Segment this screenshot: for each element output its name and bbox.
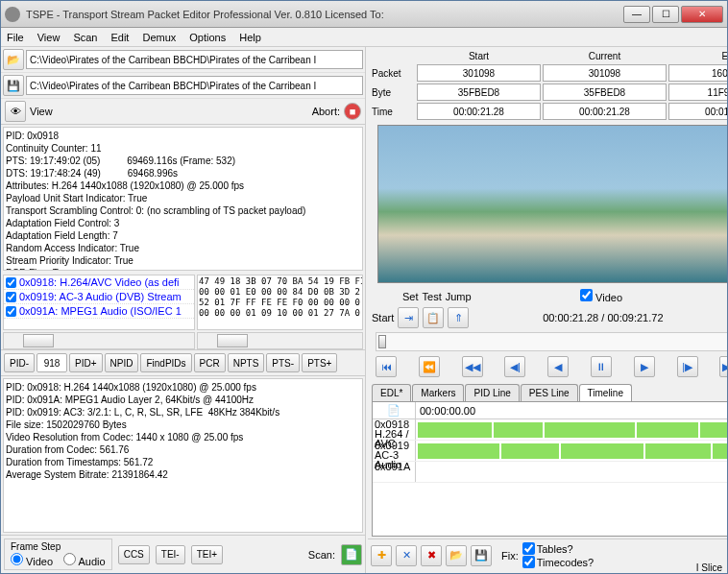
position-slider[interactable]: [376, 332, 728, 351]
pcr-button[interactable]: PCR: [194, 353, 226, 372]
file-info-panel[interactable]: PID: 0x0918: H.264 1440x1088 (1920x1080)…: [3, 378, 363, 533]
start-label: Start: [372, 312, 394, 323]
source-path-input[interactable]: [26, 50, 363, 69]
timeline-track[interactable]: 0x0919AC-3 Audio: [373, 441, 728, 462]
step-fwd-button[interactable]: |▶: [677, 356, 698, 377]
tab-markers[interactable]: Markers: [412, 384, 464, 401]
tab-timeline[interactable]: Timeline: [579, 384, 632, 401]
menu-help[interactable]: Help: [239, 32, 261, 43]
save-icon[interactable]: 💾: [3, 75, 24, 96]
maximize-button[interactable]: ☐: [652, 6, 679, 23]
timeline-track[interactable]: 0x091A: [373, 462, 728, 483]
abort-button[interactable]: ■: [344, 103, 361, 120]
menu-demux[interactable]: Demux: [142, 32, 176, 43]
npid-button[interactable]: NPID: [105, 353, 139, 372]
status-text: I Slice: [696, 562, 722, 573]
npts-button[interactable]: NPTS: [228, 353, 265, 372]
view-label: View: [30, 106, 53, 117]
video-checkbox[interactable]: Video: [580, 292, 622, 303]
skip-start-button[interactable]: ⏮: [376, 356, 397, 377]
tei-plus-button[interactable]: TEI+: [191, 545, 223, 564]
pid-row[interactable]: 0x0918: H.264/AVC Video (as defi: [4, 275, 194, 290]
set-start-button[interactable]: ⇥: [398, 307, 419, 328]
col-end: End: [668, 51, 728, 61]
fix-tables-checkbox[interactable]: Tables?: [522, 542, 595, 555]
scan-label: Scan:: [308, 549, 335, 561]
time-end-input[interactable]: [668, 103, 728, 120]
rewind-fast-button[interactable]: ⏪: [419, 356, 440, 377]
rewind-button[interactable]: ◀◀: [462, 356, 483, 377]
packet-start-input[interactable]: [417, 64, 541, 82]
forward-button[interactable]: ▶▶: [719, 356, 728, 377]
delete-button[interactable]: ✕: [396, 545, 417, 566]
window-title: TSPE - Transport Stream Packet Editor Pr…: [26, 9, 623, 20]
pts-plus-button[interactable]: PTS+: [302, 353, 337, 372]
packet-current-input[interactable]: [543, 64, 667, 82]
close-button[interactable]: ✕: [681, 6, 723, 23]
col-current: Current: [543, 51, 667, 61]
tab-pidline[interactable]: PID Line: [465, 384, 519, 401]
open-button[interactable]: 📂: [446, 545, 467, 566]
packet-end-input[interactable]: [668, 64, 728, 82]
pid-minus-button[interactable]: PID-: [4, 353, 35, 372]
ccs-button[interactable]: CCS: [118, 545, 150, 564]
byte-start-input[interactable]: [417, 84, 541, 101]
jump-start-button[interactable]: ⇑: [448, 307, 469, 328]
menu-view[interactable]: View: [37, 32, 61, 43]
pid-checkbox[interactable]: [6, 292, 16, 302]
scan-button[interactable]: 📄: [341, 544, 362, 565]
dest-path-input[interactable]: [26, 76, 363, 95]
time-start-input[interactable]: [417, 103, 541, 120]
save-button[interactable]: 💾: [471, 545, 492, 566]
pid-row[interactable]: 0x091A: MPEG1 Audio (ISO/IEC 1: [4, 304, 194, 319]
fix-timecodes-checkbox[interactable]: Timecodes?: [522, 556, 595, 568]
timecode-display: 00:00:21.28 / 00:09:21.72: [473, 312, 728, 323]
pause-button[interactable]: ⏸: [591, 356, 612, 377]
frame-fwd-button[interactable]: ▶: [634, 356, 655, 377]
abort-label: Abort:: [312, 106, 340, 117]
tei-minus-button[interactable]: TEI-: [156, 545, 185, 564]
menu-edit[interactable]: Edit: [110, 32, 129, 43]
hex-dump[interactable]: 47 49 18 3B 07 70 BA 54 19 FB FI 00 00 0…: [197, 275, 363, 330]
col-start: Start: [417, 51, 541, 61]
menu-scan[interactable]: Scan: [73, 32, 97, 43]
timeline-panel: 📄 00:00:00.0000:09:21.72 0x0918H.264 / A…: [372, 402, 728, 537]
app-icon: [5, 7, 20, 22]
pid-checkbox[interactable]: [6, 306, 16, 317]
test-start-button[interactable]: 📋: [423, 307, 444, 328]
byte-current-input[interactable]: [543, 84, 667, 101]
time-current-input[interactable]: [543, 103, 667, 120]
menu-file[interactable]: File: [7, 32, 24, 43]
pid-checkbox[interactable]: [6, 277, 16, 288]
video-preview[interactable]: [377, 125, 728, 283]
pid-row[interactable]: 0x0919: AC-3 Audio (DVB) Stream: [4, 290, 194, 304]
tab-pesline[interactable]: PES Line: [521, 384, 578, 401]
pid-scrollbar[interactable]: [3, 332, 195, 349]
frame-back-button[interactable]: ◀: [547, 356, 569, 377]
framestep-audio-radio[interactable]: Audio: [63, 556, 106, 567]
view-icon[interactable]: 👁: [5, 101, 26, 122]
pid-plus-button[interactable]: PID+: [69, 353, 103, 372]
menu-options[interactable]: Options: [189, 32, 226, 43]
packet-info-panel[interactable]: PID: 0x0918 Continuity Counter: 11 PTS: …: [3, 127, 363, 271]
fix-label: Fix:: [501, 550, 519, 562]
timeline-track[interactable]: 0x0918H.264 / AVC: [373, 419, 728, 441]
framestep-group: Frame Step Video Audio: [4, 538, 112, 570]
menubar: File View Scan Edit Demux Options Help: [1, 28, 727, 47]
pid-checklist[interactable]: 0x0918: H.264/AVC Video (as defi 0x0919:…: [3, 275, 195, 330]
tab-edl[interactable]: EDL*: [372, 384, 411, 401]
minimize-button[interactable]: —: [623, 6, 650, 23]
refresh-icon[interactable]: 📄: [373, 402, 416, 419]
pts-minus-button[interactable]: PTS-: [266, 353, 300, 372]
framestep-video-radio[interactable]: Video: [11, 556, 53, 567]
findpids-button[interactable]: FindPIDs: [140, 353, 191, 372]
pid-value-input[interactable]: [36, 353, 67, 372]
add-button[interactable]: ✚: [371, 545, 392, 566]
hex-scrollbar[interactable]: [197, 332, 363, 349]
remove-button[interactable]: ✖: [421, 545, 442, 566]
open-folder-icon[interactable]: 📂: [3, 49, 24, 70]
byte-end-input[interactable]: [668, 84, 728, 101]
step-back-button[interactable]: ◀|: [504, 356, 525, 377]
